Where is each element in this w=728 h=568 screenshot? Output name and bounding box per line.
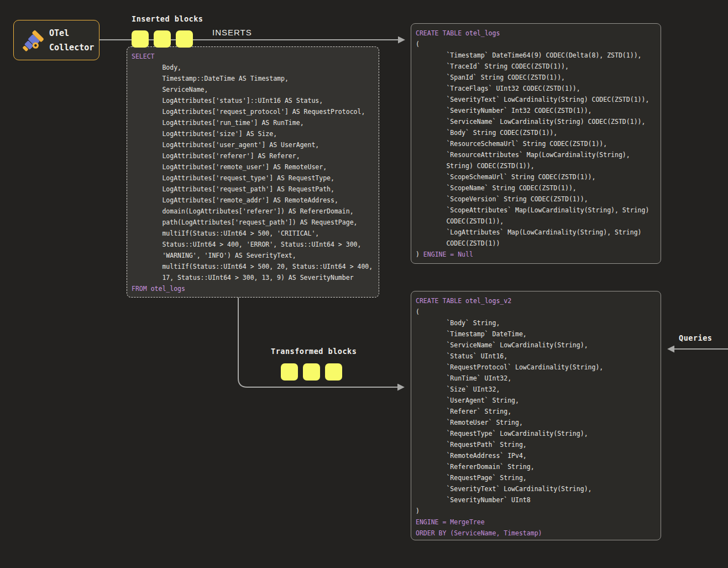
transformed-blocks-group — [281, 363, 342, 381]
inserted-data-block — [154, 30, 171, 48]
transformed-data-block — [303, 363, 320, 381]
inserted-data-block — [176, 30, 193, 48]
select-query-block: SELECT Body, Timestamp::DateTime AS Time… — [127, 46, 379, 298]
transformed-blocks-label: Transformed blocks — [271, 347, 357, 356]
inserts-label: INSERTS — [212, 28, 252, 37]
transformed-data-block — [325, 363, 342, 381]
diagram-canvas: OTel Collector Inserted blocks INSERTS S… — [0, 0, 728, 568]
create-table-otel-logs-block: CREATE TABLE otel_logs( `Timestamp` Date… — [411, 23, 661, 264]
inserted-blocks-group — [132, 30, 193, 48]
otel-title-line1: OTel — [49, 26, 94, 40]
otel-collector-title: OTel Collector — [49, 26, 94, 55]
inserted-data-block — [132, 30, 149, 48]
queries-label: Queries — [679, 333, 712, 342]
transformed-data-block — [281, 363, 298, 381]
telescope-icon — [19, 27, 45, 54]
otel-collector-node: OTel Collector — [13, 20, 99, 60]
create-table-otel-logs-v2-block: CREATE TABLE otel_logs_v2( `Body` String… — [411, 291, 661, 540]
inserted-blocks-label: Inserted blocks — [132, 14, 203, 23]
otel-title-line2: Collector — [49, 40, 94, 55]
